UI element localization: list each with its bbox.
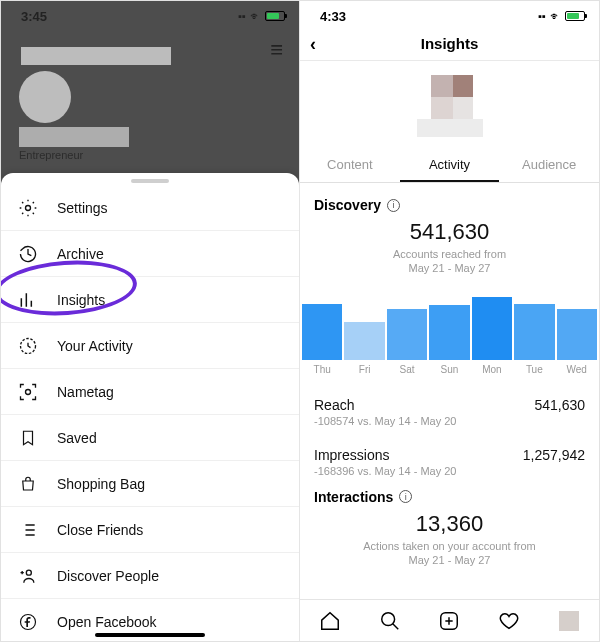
x-label: Mon [472,364,512,375]
bar-Sun[interactable] [429,305,469,359]
x-label: Tue [514,364,554,375]
bar-Sat[interactable] [387,309,427,360]
signal-icon: ▪▪ [238,10,246,22]
x-label: Thu [302,364,342,375]
menu-item-label: Archive [57,246,104,262]
menu-item-label: Nametag [57,384,114,400]
x-label: Sat [387,364,427,375]
menu-item-settings[interactable]: Settings [1,185,299,231]
menu-item-label: Discover People [57,568,159,584]
discovery-heading: Discovery i [314,197,585,213]
back-button[interactable]: ‹ [310,34,316,55]
x-label: Sun [429,364,469,375]
discovery-subtitle: Accounts reached fromMay 21 - May 27 [314,247,585,276]
menu-item-label: Close Friends [57,522,143,538]
menu-item-label: Open Facebook [57,614,157,630]
nametag-icon [17,381,39,403]
menu-item-your-activity[interactable]: Your Activity [1,323,299,369]
profile-menu-screen: 3:45 ▪▪ ᯤ ≡ Entrepreneur Se [1,1,300,641]
status-time: 4:33 [320,9,346,24]
bar-Thu[interactable] [302,304,342,360]
menu-item-saved[interactable]: Saved [1,415,299,461]
reach-label: Reach [314,397,354,413]
chart-x-axis: ThuFriSatSunMonTueWed [300,364,599,375]
svg-point-3 [26,570,31,575]
info-icon[interactable]: i [387,199,400,212]
bar-Fri[interactable] [344,322,384,360]
menu-item-label: Settings [57,200,108,216]
new-post-icon[interactable] [438,610,460,632]
menu-item-close-friends[interactable]: Close Friends [1,507,299,553]
profile-tab-avatar[interactable] [558,610,580,632]
home-indicator [95,633,205,637]
facebook-icon [17,611,39,633]
activity-icon [17,335,39,357]
impressions-value: 1,257,942 [523,447,585,463]
svg-point-5 [381,612,394,625]
hamburger-icon[interactable]: ≡ [270,37,283,63]
interactions-heading: Interactions i [314,489,585,505]
menu-item-shopping-bag[interactable]: Shopping Bag [1,461,299,507]
insights-screen: 4:33 ▪▪ ᯤ ‹ Insights Content Activity Au… [300,1,599,641]
discover-icon [17,565,39,587]
impressions-row[interactable]: Impressions 1,257,942 [314,439,585,463]
profile-picture-redacted [417,75,483,141]
svg-point-0 [26,205,31,210]
svg-point-2 [26,389,31,394]
menu-item-archive[interactable]: Archive [1,231,299,277]
x-label: Fri [344,364,384,375]
menu-list: Settings Archive Insights Your Activity … [1,185,299,641]
menu-item-label: Saved [57,430,97,446]
saved-icon [17,427,39,449]
impressions-label: Impressions [314,447,389,463]
activity-heart-icon[interactable] [498,610,520,632]
reach-delta: -108574 vs. May 14 - May 20 [314,415,585,427]
bag-icon [17,473,39,495]
archive-icon [17,243,39,265]
bar-Mon[interactable] [472,297,512,360]
profile-bio: Entrepreneur [19,149,285,161]
menu-sheet: Settings Archive Insights Your Activity … [1,173,299,641]
battery-icon [565,11,585,21]
tab-content[interactable]: Content [300,147,400,182]
bar-Wed[interactable] [557,309,597,360]
battery-icon [265,11,285,21]
page-title: Insights [421,35,479,52]
page-header: ‹ Insights [300,27,599,61]
interactions-total: 13,360 [314,511,585,537]
menu-item-label: Insights [57,292,105,308]
grab-handle[interactable] [131,179,169,183]
interactions-subtitle: Actions taken on your account fromMay 21… [314,539,585,568]
x-label: Wed [557,364,597,375]
menu-item-discover-people[interactable]: Discover People [1,553,299,599]
menu-item-label: Shopping Bag [57,476,145,492]
bar-Tue[interactable] [514,304,554,360]
reach-value: 541,630 [534,397,585,413]
impressions-delta: -168396 vs. May 14 - May 20 [314,465,585,477]
list-icon [17,519,39,541]
menu-item-label: Your Activity [57,338,133,354]
profile-handle-redacted [21,47,171,65]
profile-displayname-redacted [19,127,129,147]
home-icon[interactable] [319,610,341,632]
status-bar: 4:33 ▪▪ ᯤ [300,1,599,27]
reach-row[interactable]: Reach 541,630 [314,389,585,413]
wifi-icon: ᯤ [250,10,261,22]
status-time: 3:45 [21,9,47,24]
discovery-bar-chart [300,292,599,360]
bottom-tab-bar [300,599,599,641]
tab-activity[interactable]: Activity [400,147,500,182]
search-icon[interactable] [379,610,401,632]
discovery-total: 541,630 [314,219,585,245]
menu-item-nametag[interactable]: Nametag [1,369,299,415]
profile-avatar[interactable] [19,71,71,123]
tab-audience[interactable]: Audience [499,147,599,182]
menu-item-insights[interactable]: Insights [1,277,299,323]
insights-icon [17,289,39,311]
status-bar: 3:45 ▪▪ ᯤ [1,1,299,27]
info-icon[interactable]: i [399,490,412,503]
wifi-icon: ᯤ [550,10,561,22]
gear-icon [17,197,39,219]
signal-icon: ▪▪ [538,10,546,22]
insights-tabs: Content Activity Audience [300,147,599,183]
